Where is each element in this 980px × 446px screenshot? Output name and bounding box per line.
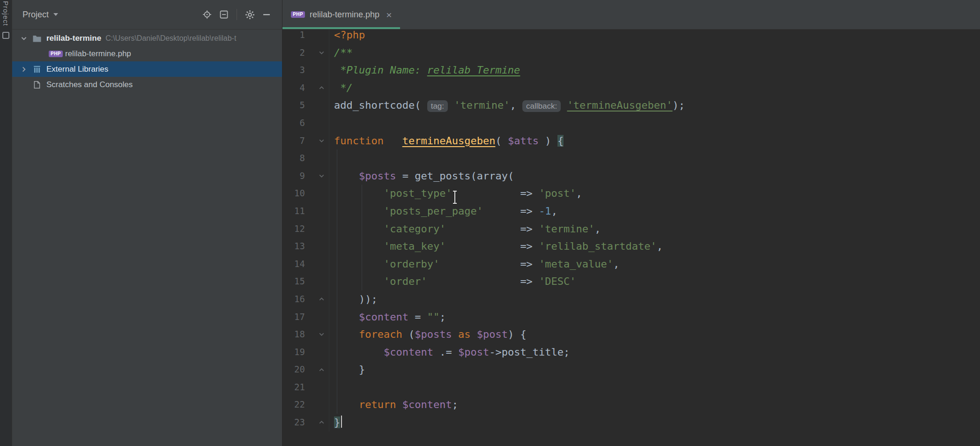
tool-window-icon[interactable] [2,32,9,39]
editor-line: 14 'orderby' => 'meta_value', [282,255,980,273]
line-number[interactable]: 3 [282,61,305,79]
editor-line: 1<?php [282,30,980,44]
code-text[interactable]: <?php [329,30,365,44]
code-text[interactable] [329,114,334,132]
tab-label: relilab-termine.php [310,10,379,20]
fold-start-icon[interactable] [305,326,329,343]
fold-spacer [305,343,329,361]
fold-spacer [305,114,329,132]
fold-start-icon[interactable] [305,44,329,62]
line-number[interactable]: 10 [282,185,305,202]
line-number[interactable]: 17 [282,308,305,326]
code-text[interactable]: return $content; [329,396,458,414]
editor-lines: 1<?php2/**3 *Plugin Name: relilab Termin… [282,30,980,431]
chevron-down-icon[interactable] [17,35,31,42]
code-text[interactable]: $posts = get_posts(array( [329,167,514,185]
fold-spacer [305,273,329,290]
code-text[interactable]: /** [329,44,353,62]
code-text[interactable]: 'orderby' => 'meta_value', [329,255,619,273]
phpstorm-window: Project Project [0,0,980,446]
tree-item-scratches-and-consoles[interactable]: Scratches and Consoles [12,77,282,92]
php-file-icon: PHP [291,11,305,18]
code-text[interactable]: foreach ($posts as $post) { [329,326,527,343]
line-number[interactable]: 19 [282,343,305,361]
tree-item-label: relilab-termine.php [65,49,131,59]
locate-file-icon[interactable] [200,7,214,22]
line-number[interactable]: 5 [282,97,305,114]
line-number[interactable]: 8 [282,149,305,167]
tree-item-external-libraries[interactable]: External Libraries [12,61,282,77]
chevron-right-icon[interactable] [17,66,31,73]
hide-panel-icon[interactable] [260,7,274,22]
tree-item-relilab-termine[interactable]: relilab-termineC:\Users\Daniel\Desktop\r… [12,30,282,46]
project-view-title[interactable]: Project [22,10,49,20]
code-text[interactable]: $content = ""; [329,308,445,326]
line-number[interactable]: 7 [282,132,305,150]
line-number[interactable]: 18 [282,326,305,343]
code-text[interactable] [329,379,334,396]
tree-item-relilab-termine-php[interactable]: PHPrelilab-termine.php [12,46,282,61]
editor-line: 13 'meta_key' => 'relilab_startdate', [282,238,980,255]
project-panel: Project [12,0,282,446]
editor-line: 8 [282,149,980,167]
code-text[interactable]: )); [329,290,378,308]
editor-line: 3 *Plugin Name: relilab Termine [282,61,980,79]
code-text[interactable]: *Plugin Name: relilab Termine [329,61,520,79]
editor-line: 19 $content .= $post->post_title; [282,343,980,361]
editor-line: 9 $posts = get_posts(array( [282,167,980,185]
line-number[interactable]: 4 [282,79,305,97]
fold-end-icon[interactable] [305,79,329,97]
code-text[interactable]: $content .= $post->post_title; [329,343,570,361]
folder-icon [31,34,43,42]
project-stripe-button[interactable]: Project [2,1,10,26]
code-text[interactable]: 'posts_per_page' => -1, [329,202,557,220]
library-icon [31,65,43,74]
code-text[interactable]: add_shortcode( tag: 'termine', callback:… [329,97,685,114]
code-text[interactable]: 'order' => 'DESC' [329,273,576,290]
php-icon: PHP [50,51,62,57]
chevron-down-icon[interactable] [53,13,58,16]
line-number[interactable]: 14 [282,255,305,273]
tab-relilab-termine-php[interactable]: PHP relilab-termine.php × [282,0,400,29]
fold-end-icon[interactable] [305,414,329,431]
line-number[interactable]: 13 [282,238,305,255]
fold-spacer [305,379,329,396]
line-number[interactable]: 12 [282,220,305,238]
code-text[interactable] [329,149,334,167]
editor-line: 10 'post_type' => 'post', [282,185,980,202]
line-number[interactable]: 2 [282,44,305,62]
line-number[interactable]: 23 [282,414,305,431]
fold-end-icon[interactable] [305,290,329,308]
editor-line: 18 foreach ($posts as $post) { [282,326,980,343]
fold-spacer [305,308,329,326]
scratches-icon [31,81,43,89]
code-text[interactable]: */ [329,79,353,97]
editor-line: 7function termineAusgeben( $atts ) { [282,132,980,150]
collapse-all-icon[interactable] [217,7,231,22]
settings-gear-icon[interactable] [243,7,257,22]
fold-spacer [305,220,329,238]
line-number[interactable]: 15 [282,273,305,290]
line-number[interactable]: 16 [282,290,305,308]
fold-end-icon[interactable] [305,361,329,379]
fold-start-icon[interactable] [305,167,329,185]
code-text[interactable]: } [329,414,342,431]
line-number[interactable]: 22 [282,396,305,414]
editor-line: 4 */ [282,79,980,97]
project-tree: relilab-termineC:\Users\Daniel\Desktop\r… [12,30,282,92]
code-text[interactable]: } [329,361,365,379]
close-icon[interactable]: × [386,10,392,20]
line-number[interactable]: 11 [282,202,305,220]
line-number[interactable]: 6 [282,114,305,132]
line-number[interactable]: 20 [282,361,305,379]
code-editor[interactable]: 1<?php2/**3 *Plugin Name: relilab Termin… [282,30,980,446]
code-text[interactable]: function termineAusgeben( $atts ) { [329,132,564,150]
code-text[interactable]: 'category' => 'termine', [329,220,601,238]
editor-line: 22 return $content; [282,396,980,414]
fold-start-icon[interactable] [305,132,329,150]
code-text[interactable]: 'meta_key' => 'relilab_startdate', [329,238,663,255]
fold-spacer [305,255,329,273]
line-number[interactable]: 9 [282,167,305,185]
line-number[interactable]: 21 [282,379,305,396]
line-number[interactable]: 1 [282,30,305,44]
